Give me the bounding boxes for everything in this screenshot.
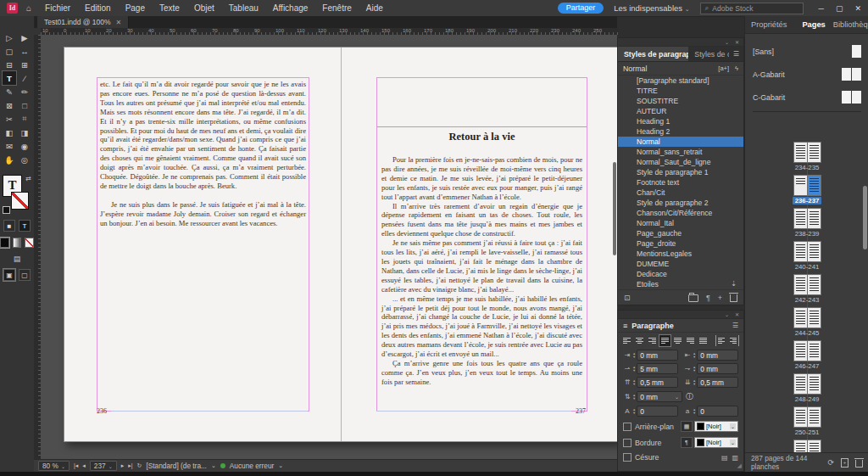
left-page-body[interactable]: etc. Le fait qu’il m’a dit avoir regardé…	[97, 78, 309, 228]
stepper-icon[interactable]: ▴▾	[633, 379, 635, 385]
stepper-icon[interactable]: ▴▾	[693, 352, 695, 358]
spread-thumbnail[interactable]	[793, 274, 821, 295]
spread-label[interactable]: 238-239	[793, 230, 822, 238]
next-page-button[interactable]: ▸	[121, 462, 125, 469]
master-spread-thumbnail[interactable]	[842, 91, 861, 104]
border-color-select[interactable]: [Noir] ⌄	[694, 437, 738, 448]
spread-item[interactable]: 250-251	[745, 406, 868, 436]
home-icon[interactable]: ⌂	[26, 3, 31, 13]
master-spread-thumbnail[interactable]	[842, 68, 861, 81]
menu-item[interactable]: Affichage	[273, 3, 309, 13]
spread-thumbnail[interactable]	[793, 142, 821, 163]
master-row[interactable]: A-Gabarit	[753, 63, 861, 86]
first-page-button[interactable]: |◂	[74, 462, 78, 469]
justify-last-right-button[interactable]	[685, 335, 696, 346]
style-row[interactable]: MentionsLegales ⇣	[618, 249, 743, 259]
align-center-button[interactable]	[634, 335, 645, 346]
preflight-errors-label[interactable]: Aucune erreur	[230, 462, 275, 470]
panel-options-icon[interactable]: ▥	[732, 454, 738, 462]
free-transform-tool[interactable]: ⌗	[18, 112, 31, 126]
spread-label[interactable]: 248-249	[793, 395, 822, 403]
create-page-icon[interactable]: +	[841, 458, 849, 468]
panel-menu-icon[interactable]: ☰	[729, 47, 743, 61]
spread-label[interactable]: 242-243	[793, 296, 822, 304]
spread-thumbnail[interactable]	[793, 241, 821, 262]
menu-item[interactable]: Tableau	[229, 3, 259, 13]
spread-item[interactable]: 252-253	[745, 440, 868, 453]
delete-style-icon[interactable]	[730, 294, 737, 302]
collapse-panel-icon[interactable]: ⌄	[725, 39, 729, 45]
spread-item[interactable]: 244-245	[745, 307, 868, 337]
last-page-button[interactable]: ▸|	[128, 462, 132, 469]
redefine-style-icon[interactable]: ϟ	[735, 64, 738, 72]
formatting-affects-container-button[interactable]: ■	[3, 220, 15, 232]
paragraph[interactable]: Je ne suis plus dans le passé. Je suis f…	[100, 200, 306, 228]
paragraph[interactable]: Ça m’arrive genre une fois tous les quat…	[381, 359, 582, 387]
info-icon[interactable]: ⓘ	[686, 391, 693, 402]
delete-page-icon[interactable]	[855, 460, 863, 468]
screen-mode-normal-button[interactable]: ▣	[3, 269, 15, 281]
style-row[interactable]: Style de paragraphe 2 ⇣	[618, 198, 743, 208]
style-row[interactable]: Normal_sans_retrait ⇣	[618, 147, 743, 157]
style-row[interactable]: DUMEME ⇣	[618, 259, 743, 269]
content-collector-tool[interactable]: ⊟	[3, 58, 16, 71]
preflight-icon[interactable]: ↻	[137, 462, 142, 469]
stepper-icon[interactable]: ▴▾	[633, 408, 635, 414]
spread-item[interactable]: 246-247	[745, 340, 868, 370]
default-fill-stroke-icon[interactable]	[3, 206, 10, 214]
spread-item[interactable]: 240-241	[745, 241, 868, 271]
spread-thumbnail[interactable]	[793, 208, 821, 229]
page-tool[interactable]: ▢	[3, 44, 16, 58]
style-row[interactable]: Chanson/Cit/Référence ⇣	[618, 208, 743, 218]
collapse-panel-icon[interactable]: ⌄	[725, 311, 729, 317]
style-row[interactable]: Normal ⇣	[618, 137, 743, 147]
stepper-icon[interactable]: ▴▾	[693, 366, 695, 372]
hyphenation-checkbox[interactable]	[623, 453, 632, 462]
justify-all-button[interactable]	[698, 335, 709, 346]
stroke-swatch[interactable]	[11, 192, 29, 210]
close-panel-icon[interactable]: ✕	[735, 311, 739, 317]
spread-thumbnail[interactable]	[793, 175, 821, 196]
content-placer-tool[interactable]: ⊞	[18, 58, 31, 71]
value-input[interactable]: 0,5 mm	[637, 377, 678, 388]
background-checkbox[interactable]	[623, 423, 632, 431]
left-page-text-frame[interactable]: etc. Le fait qu’il m’a dit avoir regardé…	[97, 77, 309, 412]
pen-tool[interactable]: ✎	[3, 85, 16, 98]
spread-item[interactable]: 234-235	[745, 142, 868, 171]
value-input[interactable]: 0	[637, 406, 678, 417]
panel-dock-icon[interactable]: ⊡	[624, 294, 631, 302]
stepper-icon[interactable]: ▴▾	[693, 379, 695, 385]
style-row[interactable]: Style de paragraphe 1 ⇣	[618, 167, 743, 177]
eyedropper-tool[interactable]: ◉	[18, 139, 31, 153]
horizontal-ruler[interactable]: 1001020304050607080901001101201301401501…	[41, 28, 619, 35]
value-input[interactable]: 0,5 mm	[697, 377, 738, 388]
stepper-icon[interactable]: ▴▾	[633, 352, 635, 358]
menu-item[interactable]: Aide	[366, 3, 383, 13]
document-tab[interactable]: Test01.indd @ 100% ✕	[37, 16, 129, 28]
value-input[interactable]: 0 mm	[637, 350, 678, 361]
canvas-scrollbar[interactable]	[613, 162, 616, 255]
justify-last-center-button[interactable]	[672, 335, 683, 346]
style-row[interactable]: Heading 1 ⇣	[618, 116, 743, 126]
spread-item[interactable]: 248-249	[745, 373, 868, 403]
tab-library[interactable]: Bibliothèque	[833, 20, 868, 29]
value-input[interactable]: 5 mm	[637, 363, 678, 374]
previous-page-button[interactable]: ◂	[82, 462, 86, 469]
spread-item[interactable]: 242-243	[745, 274, 868, 304]
align-away-spine-button[interactable]	[728, 335, 739, 346]
page-spread[interactable]: etc. Le fait qu’il m’a dit avoir regardé…	[64, 47, 617, 442]
gap-tool[interactable]: ↔	[18, 44, 31, 58]
menu-item[interactable]: Fenêtre	[322, 3, 351, 13]
paragraph[interactable]: Pour la première fois en je-ne-sais-pas …	[381, 155, 582, 202]
spread-thumbnail[interactable]	[793, 340, 821, 361]
adobe-stock-search[interactable]: ⌕ Adobe Stock	[700, 3, 804, 14]
spread-thumbnail[interactable]	[793, 440, 821, 453]
swap-fill-stroke-icon[interactable]: ⇄	[25, 175, 31, 182]
paragraph[interactable]: etc. Le fait qu’il m’a dit avoir regardé…	[100, 80, 306, 191]
type-tool[interactable]: T	[3, 71, 16, 85]
zoom-level-select[interactable]: 80 % ⌄	[38, 461, 70, 471]
create-style-icon[interactable]: +	[718, 294, 722, 302]
style-row[interactable]: Normal_Saut_de_ligne ⇣	[618, 157, 743, 167]
tab-paragraph-styles[interactable]: Styles de paragraphe	[618, 47, 688, 61]
minimize-button[interactable]: ─	[819, 4, 824, 13]
